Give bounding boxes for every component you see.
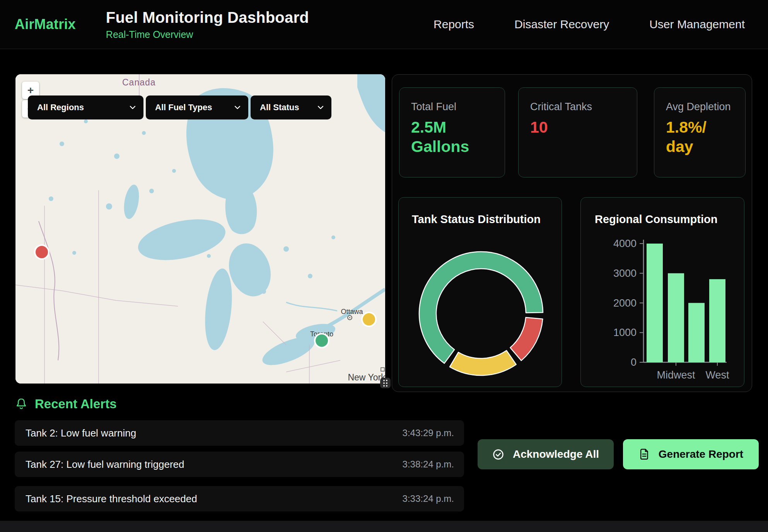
tank-status-donut-chart — [399, 198, 562, 387]
bar-region-1 — [647, 244, 663, 362]
nav-item-reports[interactable]: Reports — [433, 18, 474, 31]
regional-consumption-card: Regional Consumption 01000200030004000Mi… — [580, 197, 744, 387]
stat-card-avg-depletion: Avg Depletion1.8%/day — [654, 87, 746, 177]
stat-value: 10 — [530, 118, 625, 137]
fuel-map[interactable]: Canada + − All RegionsAll Fuel TypesAll … — [15, 74, 385, 384]
bar-region-4 — [709, 279, 725, 362]
nav-item-disaster-recovery[interactable]: Disaster Recovery — [514, 18, 609, 31]
filter-label-all-regions: All Regions — [37, 102, 84, 113]
generate-report-button[interactable]: Generate Report — [623, 439, 759, 469]
alert-row[interactable]: Tank 27: Low fuel warning triggered3:38:… — [15, 452, 464, 477]
alerts-header: Recent Alerts — [15, 397, 117, 411]
chevron-down-icon — [130, 106, 136, 109]
svg-text:2000: 2000 — [613, 297, 637, 309]
svg-text:3000: 3000 — [613, 268, 637, 279]
regional-consumption-bar-chart: 01000200030004000MidwestWest — [581, 198, 745, 387]
filter-label-all-fuel-types: All Fuel Types — [155, 102, 212, 113]
metrics-panel: Total Fuel2.5MGallonsCritical Tanks10Avg… — [392, 74, 752, 392]
page-subtitle: Real-Time Overview — [106, 29, 309, 40]
chevron-down-icon — [317, 106, 324, 109]
donut-segment-critical — [510, 317, 543, 360]
brand-logo: AirMatrix — [15, 16, 76, 32]
alert-timestamp: 3:33:24 p.m. — [403, 493, 464, 504]
page-title: Fuel Monitoring Dashboard — [106, 9, 309, 26]
chevron-down-icon — [234, 106, 241, 109]
acknowledge-all-button[interactable]: Acknowledge All — [478, 439, 614, 469]
title-block: Fuel Monitoring Dashboard Real-Time Over… — [106, 9, 309, 40]
report-document-icon — [638, 448, 650, 460]
dashboard-root: AirMatrix Fuel Monitoring Dashboard Real… — [0, 0, 768, 532]
alerts-title: Recent Alerts — [35, 397, 117, 411]
alert-timestamp: 3:38:24 p.m. — [403, 459, 464, 470]
tank-status-card: Tank Status Distribution — [398, 197, 562, 387]
stat-label: Total Fuel — [411, 101, 493, 113]
svg-text:4000: 4000 — [613, 238, 637, 249]
map-marker-warning[interactable] — [363, 313, 375, 326]
bell-icon — [15, 398, 27, 411]
map-marker-critical[interactable] — [36, 246, 48, 258]
filter-select-all-status[interactable]: All Status — [251, 95, 331, 119]
map-country-label: Canada — [122, 77, 156, 88]
map-marker-normal[interactable] — [316, 334, 328, 347]
check-circle-icon — [492, 448, 504, 460]
alert-message: Tank 2: Low fuel warning — [15, 427, 136, 439]
map-resize-handle[interactable] — [380, 378, 391, 388]
acknowledge-all-label: Acknowledge All — [513, 448, 599, 460]
city-marker-icon — [347, 315, 352, 320]
map-city-label-new-york: New York — [348, 372, 385, 383]
alert-row[interactable]: Tank 15: Pressure threshold exceeded3:33… — [15, 486, 464, 512]
filter-select-all-regions[interactable]: All Regions — [28, 95, 143, 119]
map-city-label-ottawa: Ottawa — [341, 308, 363, 316]
stat-value: 2.5MGallons — [411, 118, 493, 156]
filter-label-all-status: All Status — [260, 102, 299, 113]
town-marker-icon — [381, 367, 385, 372]
alert-timestamp: 3:43:29 p.m. — [403, 428, 464, 438]
stat-card-critical-tanks: Critical Tanks10 — [518, 87, 637, 177]
alert-message: Tank 15: Pressure threshold exceeded — [15, 493, 197, 505]
filter-select-all-fuel-types[interactable]: All Fuel Types — [146, 95, 248, 119]
stat-label: Avg Depletion — [666, 101, 734, 113]
bar-region-3 — [688, 303, 705, 363]
nav-item-user-management[interactable]: User Management — [649, 18, 745, 31]
stat-value: 1.8%/day — [666, 118, 734, 156]
bar-region-2 — [668, 273, 684, 362]
alert-message: Tank 27: Low fuel warning triggered — [15, 459, 184, 471]
svg-text:Midwest: Midwest — [657, 369, 695, 381]
svg-text:West: West — [705, 369, 729, 381]
generate-report-label: Generate Report — [659, 448, 743, 460]
main-nav: ReportsDisaster RecoveryUser Management — [433, 18, 745, 31]
app-header: AirMatrix Fuel Monitoring Dashboard Real… — [0, 0, 768, 49]
stat-card-total-fuel: Total Fuel2.5MGallons — [399, 87, 505, 177]
donut-segment-warning — [450, 351, 516, 375]
svg-text:0: 0 — [631, 356, 637, 368]
bottom-strip — [0, 521, 768, 532]
stat-label: Critical Tanks — [530, 101, 625, 113]
map-filter-bar: All RegionsAll Fuel TypesAll Status — [28, 95, 331, 119]
svg-text:1000: 1000 — [613, 327, 637, 338]
alert-row[interactable]: Tank 2: Low fuel warning3:43:29 p.m. — [15, 420, 464, 446]
